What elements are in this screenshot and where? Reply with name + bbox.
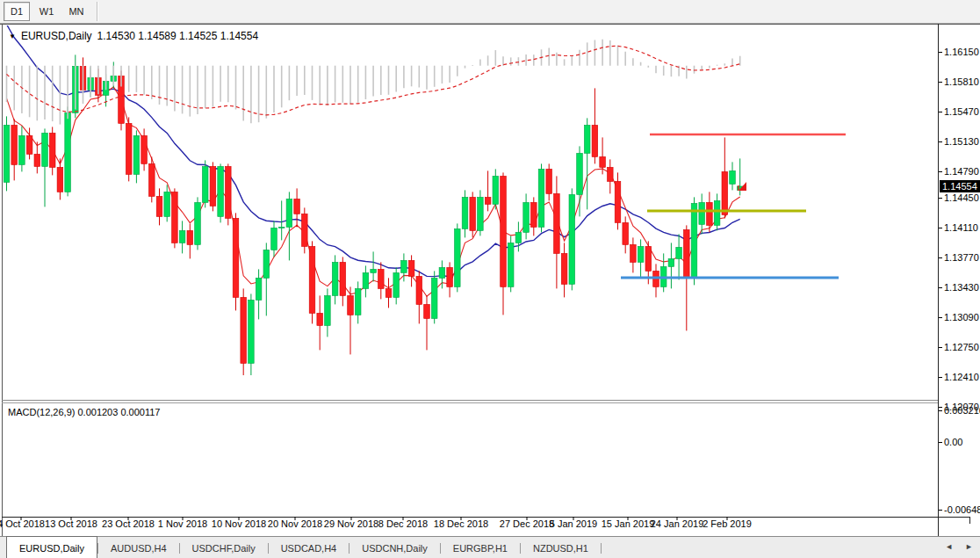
chart-tab-usdcad[interactable]: USDCAD,H4 <box>269 537 349 558</box>
price-scale-tick <box>939 407 942 408</box>
time-axis-border <box>2 517 969 518</box>
price-scale-tick <box>939 377 942 378</box>
macd-scale-label: 0.003216 <box>944 405 980 416</box>
macd-scale-label: -0.006485 <box>944 504 980 515</box>
chart-tab-audusd[interactable]: AUDUSD,H4 <box>98 537 179 558</box>
price-scale-tick <box>939 141 942 142</box>
chart-left-border <box>2 24 3 536</box>
tab-scroll-left-icon[interactable]: ◄ <box>945 542 953 551</box>
chart-title: ▼ EURUSD,Daily 1.14530 1.14589 1.14525 1… <box>9 30 258 42</box>
price-scale-tick <box>939 171 942 172</box>
price-scale-label: 1.15470 <box>944 106 980 117</box>
price-scale-label: 1.15810 <box>944 76 980 87</box>
date-axis-tick <box>239 517 240 520</box>
price-scale-label: 1.13770 <box>944 252 980 263</box>
chart-top-border <box>0 24 980 25</box>
date-axis-tick <box>403 517 404 520</box>
chart-symbol-label: EURUSD,Daily <box>21 30 92 42</box>
price-scale-label: 1.15130 <box>944 136 980 147</box>
price-scale-label: 1.14790 <box>944 166 980 177</box>
price-scale-tick <box>939 52 942 53</box>
price-scale-tick <box>939 287 942 288</box>
price-scale-tick <box>939 317 942 318</box>
chart-tab-eurusd[interactable]: EURUSD,Daily <box>6 536 97 558</box>
date-axis-tick <box>295 517 296 520</box>
date-axis-tick <box>527 517 528 520</box>
date-axis-tick <box>628 517 629 520</box>
pane-splitter-lower[interactable] <box>2 402 938 403</box>
price-scale-tick <box>939 228 942 228</box>
date-axis-tick <box>727 517 728 520</box>
macd-indicator-label: MACD(12,26,9) 0.001203 0.000117 <box>8 407 160 417</box>
tab-scroll-arrows: ◄ ► <box>945 537 973 556</box>
macd-histogram <box>7 40 740 125</box>
date-axis-tick <box>677 517 678 520</box>
chart-tab-nzdusd[interactable]: NZDUSD,H1 <box>521 537 601 558</box>
macd-scale-tick <box>939 410 942 411</box>
axis-corner-stub <box>969 517 970 524</box>
chart-tab-usdchf[interactable]: USDCHF,Daily <box>180 537 268 558</box>
price-scale-label: 1.16150 <box>944 47 980 57</box>
current-price-badge: 1.14554 <box>940 180 980 192</box>
date-axis-tick <box>461 517 462 520</box>
pane-splitter[interactable] <box>2 400 938 401</box>
metatrader-window: D1W1MN ▼ EURUSD,Daily 1.14530 1.14589 1.… <box>0 0 980 558</box>
timeframe-button-mn[interactable]: MN <box>63 2 90 21</box>
chart-ohlc-values: 1.14530 1.14589 1.14525 1.14554 <box>97 30 259 42</box>
date-axis-tick <box>21 517 22 520</box>
date-axis-tick <box>128 517 129 520</box>
chart-tab-usdcnh[interactable]: USDCNH,Daily <box>349 537 440 558</box>
price-scale-label: 1.14450 <box>944 192 980 203</box>
date-axis-tick <box>183 517 184 520</box>
price-scale-label: 1.14110 <box>944 222 980 233</box>
date-axis-tick <box>351 517 352 520</box>
date-axis-tick <box>573 517 574 520</box>
chart-tabs: EURUSD,DailyAUDUSD,H4USDCHF,DailyUSDCAD,… <box>0 537 602 558</box>
timeframe-button-w1[interactable]: W1 <box>33 2 60 21</box>
timeframe-buttons: D1W1MN <box>0 2 90 21</box>
price-scale-label: 1.13090 <box>944 312 980 322</box>
price-scale-label: 1.13430 <box>944 282 980 293</box>
chart-tab-bar: EURUSD,DailyAUDUSD,H4USDCHF,DailyUSDCAD,… <box>0 536 980 558</box>
date-axis-label: 4 Oct 2018 <box>0 518 45 529</box>
tab-separator <box>601 543 602 554</box>
price-scale-label: 1.12750 <box>944 342 980 352</box>
macd-scale-label: 0.00 <box>944 437 980 447</box>
timeframe-toolbar: D1W1MN <box>0 0 980 24</box>
price-scale-tick <box>939 198 942 199</box>
collapse-caret-icon[interactable]: ▼ <box>9 33 16 40</box>
toolbar-separator <box>97 2 98 21</box>
price-scale-tick <box>939 347 942 348</box>
price-scale-tick <box>939 82 942 83</box>
tab-scroll-right-icon[interactable]: ► <box>965 542 973 551</box>
timeframe-button-d1[interactable]: D1 <box>4 2 30 21</box>
chart-tab-eurgbp[interactable]: EURGBP,H1 <box>441 537 520 558</box>
price-scale-tick <box>939 257 942 258</box>
price-scale-label: 1.12410 <box>944 372 980 382</box>
macd-scale-tick <box>939 442 942 443</box>
date-axis-tick <box>71 517 72 520</box>
price-scale-tick <box>939 112 942 112</box>
chart-window[interactable]: ▼ EURUSD,Daily 1.14530 1.14589 1.14525 1… <box>0 24 980 536</box>
macd-scale-tick <box>939 510 942 511</box>
scale-separator <box>938 24 939 536</box>
